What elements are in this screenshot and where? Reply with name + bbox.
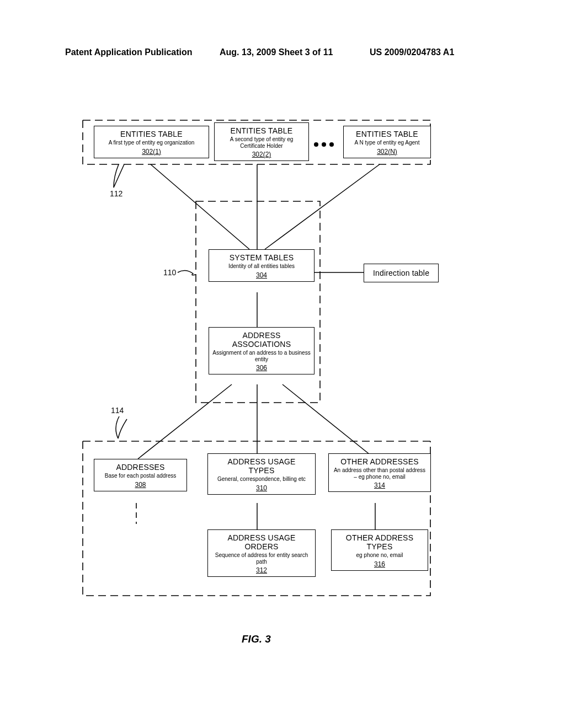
address-usage-types-sub: General, correspondence, billing etc [211,476,312,483]
address-usage-orders-ref: 312 [211,566,312,574]
entities-table-1-sub: A first type of entity eg organization [98,140,205,146]
address-associations-title-1: ADDRESS [212,331,311,340]
other-address-types-sub: eg phone no, email [335,552,424,559]
address-associations-sub: Assignment of an address to a business e… [212,350,311,362]
addresses-ref: 308 [98,481,183,489]
indirection-table-title: Indirection table [367,269,435,277]
entities-table-2-box: ENTITIES TABLE A second type of entity e… [214,122,309,161]
addresses-sub: Base for each postal address [98,473,183,479]
svg-line-5 [138,384,232,459]
system-tables-title: SYSTEM TABLES [212,253,311,262]
header-right: US 2009/0204783 A1 [370,47,454,57]
figure-label: FIG. 3 [242,633,271,645]
entities-table-1-ref: 302(1) [98,148,205,156]
address-associations-box: ADDRESS ASSOCIATIONS Assignment of an ad… [209,327,315,374]
ellipsis-icon [312,139,335,149]
other-addresses-sub: An address other than postal address – e… [332,467,427,480]
address-usage-types-ref: 310 [211,484,312,492]
indirection-table-box: Indirection table [364,264,439,282]
entities-table-1-box: ENTITIES TABLE A first type of entity eg… [94,126,209,158]
header-left: Patent Application Publication [65,47,193,57]
svg-line-2 [265,164,380,249]
address-usage-types-title-2: TYPES [211,466,312,475]
other-address-types-title-1: OTHER ADDRESS [335,533,424,542]
other-addresses-ref: 314 [332,481,427,489]
addresses-title: ADDRESSES [98,463,183,472]
other-address-types-box: OTHER ADDRESS TYPES eg phone no, email 3… [331,529,428,571]
other-address-types-ref: 316 [335,560,424,568]
system-tables-ref: 304 [212,271,311,279]
label-110: 110 [163,268,176,277]
entities-table-2-sub: A second type of entity eg Certificate H… [218,136,305,149]
entities-table-2-title: ENTITIES TABLE [218,126,305,135]
label-112: 112 [110,189,122,198]
svg-line-0 [151,164,249,249]
address-usage-types-box: ADDRESS USAGE TYPES General, corresponde… [207,453,316,495]
entities-table-n-box: ENTITIES TABLE A N type of entity eg Age… [343,126,431,158]
other-address-types-title-2: TYPES [335,542,424,551]
address-usage-types-title-1: ADDRESS USAGE [211,457,312,466]
system-tables-sub: Identity of all entities tables [212,263,311,270]
address-usage-orders-sub: Sequence of address for entity search pa… [211,552,312,565]
system-tables-box: SYSTEM TABLES Identity of all entities t… [209,249,315,282]
other-addresses-box: OTHER ADDRESSES An address other than po… [328,453,431,492]
address-usage-orders-title-1: ADDRESS USAGE [211,533,312,542]
entities-table-n-sub: A N type of entity eg Agent [347,140,427,146]
page: Patent Application Publication Aug. 13, … [0,0,565,728]
address-usage-orders-box: ADDRESS USAGE ORDERS Sequence of address… [207,529,316,577]
address-usage-orders-title-2: ORDERS [211,542,312,551]
svg-line-7 [282,384,375,459]
addresses-box: ADDRESSES Base for each postal address 3… [94,459,187,491]
label-114: 114 [111,406,124,415]
header-mid: Aug. 13, 2009 Sheet 3 of 11 [220,47,333,57]
entities-table-n-ref: 302(N) [347,148,427,156]
entities-table-n-title: ENTITIES TABLE [347,130,427,138]
address-associations-ref: 306 [212,364,311,372]
other-addresses-title: OTHER ADDRESSES [332,457,427,466]
entities-table-2-ref: 302(2) [218,151,305,158]
entities-table-1-title: ENTITIES TABLE [98,130,205,138]
address-associations-title-2: ASSOCIATIONS [212,340,311,349]
